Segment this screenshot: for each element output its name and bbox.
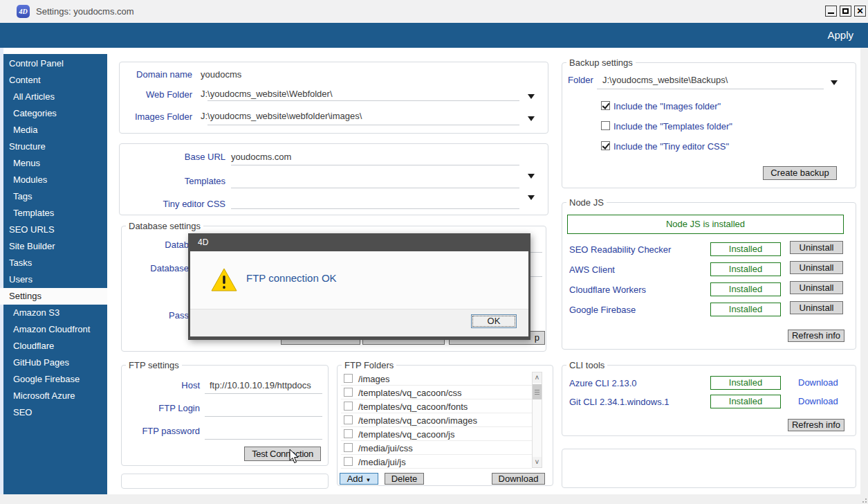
web-folder-value[interactable]: J:\youdocms_website\Webfolder\ xyxy=(201,89,333,99)
sidebar-item-users[interactable]: Users xyxy=(3,271,107,288)
ftp-login-field[interactable] xyxy=(205,416,322,417)
refresh-info-button[interactable]: Refresh info xyxy=(788,330,844,342)
cli-tools-legend: CLI tools xyxy=(566,360,607,370)
minimize-button[interactable] xyxy=(825,6,837,17)
ok-button[interactable]: OK xyxy=(471,314,517,328)
base-url-value[interactable]: youdocms.com xyxy=(231,152,291,162)
status-field[interactable] xyxy=(121,474,329,489)
download-link[interactable]: Download xyxy=(798,396,838,406)
test-connection-button[interactable]: Test Connection xyxy=(244,447,321,461)
templates-label: Templates xyxy=(120,176,225,186)
uninstall-button[interactable]: Uninstall xyxy=(790,301,843,314)
images-folder-dropdown-icon[interactable] xyxy=(528,116,535,121)
host-value[interactable]: ftp://10.10.10.19/httpdocs xyxy=(210,380,311,390)
include-templates-checkbox[interactable] xyxy=(601,121,610,130)
ftp-settings-legend: FTP settings xyxy=(126,360,182,370)
sidebar-item-templates[interactable]: Templates xyxy=(3,205,107,222)
scroll-up-icon[interactable]: ˄ xyxy=(533,372,542,383)
domain-name-value[interactable]: youdocms xyxy=(201,69,241,80)
ftp-folders-group: FTP Folders /images /templates/vq_cacoon… xyxy=(337,365,553,486)
sidebar-item-tasks[interactable]: Tasks xyxy=(3,255,107,271)
base-url-field[interactable] xyxy=(231,165,519,165)
resize-grip-icon[interactable] xyxy=(862,496,868,504)
sidebar-item-content[interactable]: Content xyxy=(3,72,107,89)
download-button[interactable]: Download xyxy=(492,473,545,485)
create-backup-button[interactable]: Create backup xyxy=(763,166,837,180)
sidebar-item-microsoft-azure[interactable]: Microsoft Azure xyxy=(3,388,107,404)
include-tiny-css-checkbox[interactable] xyxy=(601,141,610,150)
delete-button[interactable]: Delete xyxy=(385,473,424,485)
sidebar-item-github-pages[interactable]: GitHub Pages xyxy=(3,354,107,371)
add-button[interactable]: Add ▼ xyxy=(340,473,378,485)
sidebar-item-site-builder[interactable]: Site Builder xyxy=(3,238,107,255)
sidebar-item-cloudflare[interactable]: Cloudflare xyxy=(3,338,107,354)
folder-checkbox[interactable] xyxy=(344,457,353,466)
web-folder-dropdown-icon[interactable] xyxy=(528,94,535,99)
scroll-down-icon[interactable]: ˅ xyxy=(533,457,542,467)
templates-dropdown-icon[interactable] xyxy=(528,174,535,179)
apply-button[interactable]: Apply xyxy=(827,23,853,48)
refresh-info-button[interactable]: Refresh info xyxy=(788,419,844,431)
sidebar-item-amazon-cloudfront[interactable]: Amazon Cloudfront xyxy=(3,321,107,338)
uninstall-button[interactable]: Uninstall xyxy=(790,241,843,254)
sidebar-item-amazon-s3[interactable]: Amazon S3 xyxy=(3,305,107,321)
backup-folder-label: Folder xyxy=(568,75,593,85)
backup-folder-dropdown-icon[interactable] xyxy=(831,80,838,85)
folders-scrollbar[interactable]: ˄ ˅ xyxy=(532,372,542,468)
installed-status: Installed xyxy=(710,262,781,276)
images-folder-value[interactable]: J:\youdocms_website\webfolder\images\ xyxy=(201,111,362,121)
nodejs-status-banner: Node JS is installed xyxy=(567,215,844,234)
sidebar-item-tags[interactable]: Tags xyxy=(3,188,107,205)
folder-checkbox[interactable] xyxy=(344,415,353,424)
sidebar-item-menus[interactable]: Menus xyxy=(3,155,107,172)
uninstall-button[interactable]: Uninstall xyxy=(790,261,843,274)
folder-list-item[interactable]: /templates/vq_cacoon/images xyxy=(341,413,532,427)
sidebar-item-media[interactable]: Media xyxy=(3,122,107,138)
sidebar-item-all-articles[interactable]: All Articles xyxy=(3,89,107,105)
folder-path: /templates/vq_cacoon/images xyxy=(358,415,477,426)
tiny-editor-css-label: Tiny editor CSS xyxy=(120,199,225,209)
empty-panel xyxy=(562,449,856,488)
close-icon: ✕ xyxy=(855,6,865,16)
folder-list-item[interactable]: /media/jui/css xyxy=(341,441,532,455)
folder-list-item[interactable]: /templates/vq_cacoon/fonts xyxy=(341,399,532,413)
folder-checkbox[interactable] xyxy=(344,374,353,383)
sidebar-item-settings[interactable]: Settings xyxy=(0,288,107,305)
backup-folder-value[interactable]: J:\youdocms_website\Backups\ xyxy=(602,75,728,85)
scrollbar-thumb[interactable] xyxy=(533,384,542,399)
folder-checkbox[interactable] xyxy=(344,429,353,438)
ftp-password-field[interactable] xyxy=(205,439,322,440)
folder-checkbox[interactable] xyxy=(344,443,353,452)
url-settings-box: Base URL youdocms.com Templates Tiny edi… xyxy=(119,143,548,215)
sidebar: Control Panel Content All Articles Categ… xyxy=(3,54,107,494)
close-button[interactable]: ✕ xyxy=(854,6,866,17)
folder-path: /images xyxy=(358,374,390,384)
sidebar-item-google-firebase[interactable]: Google Firebase xyxy=(3,371,107,388)
folder-checkbox[interactable] xyxy=(344,388,353,397)
sidebar-item-seo[interactable]: SEO xyxy=(3,404,107,421)
ftp-login-label: FTP Login xyxy=(122,403,200,413)
host-field[interactable] xyxy=(205,393,322,394)
folder-list-item[interactable]: /templates/vq_cacoon/js xyxy=(341,427,532,441)
sidebar-item-seo-urls[interactable]: SEO URLS xyxy=(3,222,107,238)
cli-tools-group: CLI tools Azure CLI 2.13.0 Installed Dow… xyxy=(562,365,856,436)
sidebar-item-structure[interactable]: Structure xyxy=(3,138,107,155)
uninstall-button[interactable]: Uninstall xyxy=(790,281,843,294)
web-folder-field[interactable] xyxy=(207,100,519,101)
folder-checkbox[interactable] xyxy=(344,402,353,411)
maximize-button[interactable] xyxy=(840,6,851,17)
folder-list-item[interactable]: /templates/vq_cacoon/css xyxy=(341,386,532,399)
folder-list-item[interactable]: /media/jui/js xyxy=(341,455,532,469)
sidebar-item-categories[interactable]: Categories xyxy=(3,105,107,122)
images-folder-field[interactable] xyxy=(207,125,519,125)
templates-field[interactable] xyxy=(231,188,519,188)
add-dropdown-icon: ▼ xyxy=(365,477,371,483)
download-link[interactable]: Download xyxy=(798,377,838,388)
backup-folder-field[interactable] xyxy=(597,89,824,89)
sidebar-item-control-panel[interactable]: Control Panel xyxy=(3,55,107,72)
tiny-editor-css-field[interactable] xyxy=(231,208,519,209)
folder-list-item[interactable]: /images xyxy=(341,372,532,386)
sidebar-item-modules[interactable]: Modules xyxy=(3,172,107,188)
tiny-editor-css-dropdown-icon[interactable] xyxy=(528,195,535,200)
include-images-checkbox[interactable] xyxy=(601,101,610,110)
